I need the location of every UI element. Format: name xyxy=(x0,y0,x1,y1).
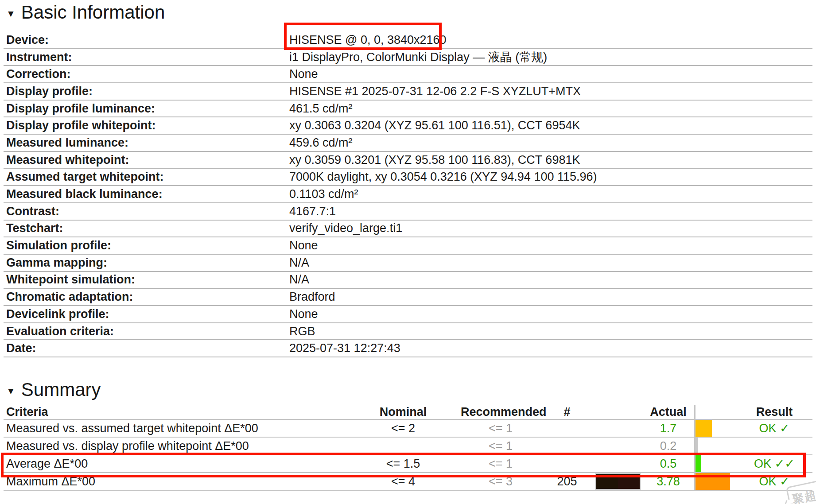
header-actual: Actual xyxy=(642,405,694,419)
info-label: Display profile whitepoint: xyxy=(4,119,289,132)
info-label: Chromatic adaptation: xyxy=(4,290,289,304)
info-value: None xyxy=(289,239,812,252)
header-recommended: Recommended xyxy=(461,405,540,419)
info-value: Bradford xyxy=(289,290,812,304)
delta-e-bar-cell xyxy=(694,438,754,454)
info-label: Correction: xyxy=(4,67,289,81)
sample-swatch-cell xyxy=(594,420,642,437)
info-value: verify_video_large.ti1 xyxy=(289,221,812,235)
info-label: Testchart: xyxy=(4,221,289,235)
watermark-text: 聚超值 xyxy=(791,485,816,504)
sample-swatch-cell xyxy=(594,438,642,454)
info-label: Device: xyxy=(4,33,289,47)
summary-table: Criteria Nominal Recommended # Actual Re… xyxy=(4,405,812,491)
collapse-triangle-icon: ▼ xyxy=(6,9,16,18)
info-label: Simulation profile: xyxy=(4,239,289,252)
info-row: Chromatic adaptation:Bradford xyxy=(4,289,812,306)
delta-e-bar-cell xyxy=(694,420,754,437)
info-value: N/A xyxy=(289,256,812,270)
info-value: i1 DisplayPro, ColorMunki Display — 液晶 (… xyxy=(289,49,812,65)
info-row: Devicelink profile:None xyxy=(4,306,812,323)
recommended-cell: <= 1 xyxy=(461,439,540,453)
info-value: None xyxy=(289,67,812,81)
info-value: 459.6 cd/m² xyxy=(289,136,812,150)
header-nominal: Nominal xyxy=(346,405,461,419)
info-label: Evaluation criteria: xyxy=(4,325,289,338)
summary-header-row: Criteria Nominal Recommended # Actual Re… xyxy=(4,405,812,420)
info-label: Contrast: xyxy=(4,205,289,218)
info-row: Date:2025-07-31 12:27:43 xyxy=(4,340,812,357)
collapse-triangle-icon: ▼ xyxy=(6,386,16,395)
annotation-box-average-de xyxy=(1,453,806,477)
section-header-basic-information[interactable]: ▼ Basic Information xyxy=(6,1,165,24)
delta-e-bar xyxy=(696,438,698,454)
summary-title: Summary xyxy=(21,378,101,401)
delta-e-bar xyxy=(696,420,712,437)
info-row: Gamma mapping:N/A xyxy=(4,255,812,272)
info-value: 2025-07-31 12:27:43 xyxy=(289,341,812,355)
info-value: HISENSE #1 2025-07-31 12-06 2.2 F-S XYZL… xyxy=(289,85,812,98)
header-bar-spacer xyxy=(694,405,754,419)
info-label: Devicelink profile: xyxy=(4,307,289,321)
info-row: Correction:None xyxy=(4,66,812,83)
basic-information-table: Device:HISENSE @ 0, 0, 3840x2160Instrume… xyxy=(4,32,812,357)
criteria-cell: Measured vs. assumed target whitepoint Δ… xyxy=(4,422,346,435)
info-row: Whitepoint simulation:N/A xyxy=(4,272,812,289)
info-value: 461.5 cd/m² xyxy=(289,102,812,116)
info-row: Assumed target whitepoint:7000K daylight… xyxy=(4,169,812,186)
actual-cell: 1.7 xyxy=(642,422,694,435)
info-label: Date: xyxy=(4,341,289,355)
basic-information-title: Basic Information xyxy=(21,1,165,24)
info-label: Measured whitepoint: xyxy=(4,153,289,167)
summary-row: Measured vs. assumed target whitepoint Δ… xyxy=(4,420,812,438)
info-value: RGB xyxy=(289,325,812,338)
info-label: Display profile luminance: xyxy=(4,102,289,116)
header-result: Result xyxy=(754,405,812,419)
actual-cell: 0.2 xyxy=(642,439,694,453)
header-hash: # xyxy=(540,405,594,419)
result-cell: OK ✓ xyxy=(754,421,812,435)
info-row: Display profile luminance:461.5 cd/m² xyxy=(4,101,812,118)
info-label: Assumed target whitepoint: xyxy=(4,170,289,184)
header-criteria: Criteria xyxy=(4,405,346,419)
info-label: Measured black luminance: xyxy=(4,187,289,201)
annotation-box-device xyxy=(284,23,442,50)
info-row: Contrast:4167.7:1 xyxy=(4,203,812,221)
info-value: xy 0.3063 0.3204 (XYZ 95.61 100 116.51),… xyxy=(289,119,812,132)
info-row: Display profile whitepoint:xy 0.3063 0.3… xyxy=(4,117,812,135)
info-value: 4167.7:1 xyxy=(289,205,812,218)
info-value: N/A xyxy=(289,273,812,287)
criteria-cell: Measured vs. display profile whitepoint … xyxy=(4,439,346,453)
info-value: 7000K daylight, xy 0.3054 0.3216 (XYZ 94… xyxy=(289,170,812,184)
info-row: Instrument:i1 DisplayPro, ColorMunki Dis… xyxy=(4,49,812,66)
info-label: Whitepoint simulation: xyxy=(4,273,289,287)
info-label: Display profile: xyxy=(4,85,289,98)
recommended-cell: <= 1 xyxy=(461,422,540,435)
info-row: Evaluation criteria:RGB xyxy=(4,323,812,341)
info-value: xy 0.3059 0.3201 (XYZ 95.58 100 116.83),… xyxy=(289,153,812,167)
section-header-summary[interactable]: ▼ Summary xyxy=(6,378,101,401)
info-row: Measured black luminance:0.1103 cd/m² xyxy=(4,186,812,203)
info-row: Testchart:verify_video_large.ti1 xyxy=(4,221,812,238)
nominal-cell: <= 2 xyxy=(346,422,461,435)
info-label: Instrument: xyxy=(4,50,289,64)
info-value: 0.1103 cd/m² xyxy=(289,187,812,201)
info-label: Gamma mapping: xyxy=(4,256,289,270)
info-row: Simulation profile:None xyxy=(4,237,812,255)
info-label: Measured luminance: xyxy=(4,136,289,150)
info-value: None xyxy=(289,307,812,321)
info-row: Measured luminance:459.6 cd/m² xyxy=(4,135,812,152)
info-row: Display profile:HISENSE #1 2025-07-31 12… xyxy=(4,83,812,101)
info-row: Measured whitepoint:xy 0.3059 0.3201 (XY… xyxy=(4,152,812,169)
